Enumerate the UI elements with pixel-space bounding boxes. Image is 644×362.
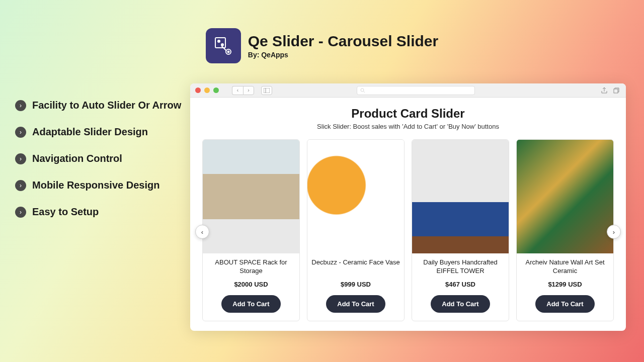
feature-item: › Navigation Control (15, 153, 181, 164)
add-to-cart-button[interactable]: Add To Cart (535, 295, 594, 313)
product-image (517, 140, 613, 253)
sidebar-toggle-icon[interactable] (261, 86, 272, 95)
feature-item: › Easy to Setup (15, 206, 181, 218)
chevron-right-icon: › (15, 100, 26, 111)
chevron-right-icon: › (15, 127, 26, 138)
product-card: Archeiv Nature Wall Art Set Ceramic $129… (516, 139, 614, 321)
product-title: Decbuzz - Ceramic Face Vase (311, 258, 399, 276)
url-bar[interactable] (357, 86, 475, 95)
product-title: ABOUT SPACE Rack for Storage (207, 258, 295, 276)
close-icon[interactable] (195, 87, 201, 93)
product-image (307, 140, 404, 253)
maximize-icon[interactable] (213, 87, 219, 93)
app-icon (206, 28, 241, 63)
feature-list: › Facility to Auto Slider Or Arrow › Ada… (15, 100, 181, 218)
traffic-lights (195, 87, 219, 93)
product-price: $999 USD (341, 281, 371, 288)
feature-item: › Mobile Responsive Design (15, 179, 181, 191)
svg-point-1 (218, 40, 220, 42)
product-title: Archeiv Nature Wall Art Set Ceramic (521, 258, 609, 276)
nav-arrows: ‹ › (232, 86, 254, 95)
feature-text: Mobile Responsive Design (32, 179, 159, 191)
app-subtitle: By: QeApps (248, 51, 438, 59)
slider-title: Product Card Slider (201, 107, 615, 121)
svg-point-4 (227, 51, 229, 53)
svg-rect-9 (614, 89, 618, 93)
feature-text: Facility to Auto Slider Or Arrow (32, 100, 181, 111)
svg-line-8 (364, 91, 365, 93)
minimize-icon[interactable] (204, 87, 210, 93)
product-price: $1299 USD (548, 281, 582, 288)
share-icon[interactable] (600, 86, 609, 95)
feature-item: › Adaptable Slider Design (15, 126, 181, 138)
product-price: $2000 USD (234, 281, 268, 288)
product-cards: ABOUT SPACE Rack for Storage $2000 USD A… (201, 139, 615, 321)
add-to-cart-button[interactable]: Add To Cart (326, 295, 385, 313)
browser-toolbar: ‹ › (190, 83, 626, 98)
slider-prev-button[interactable]: ‹ (195, 225, 209, 239)
product-image (203, 140, 299, 253)
app-header: Qe Slider - Carousel Slider By: QeApps (0, 0, 644, 63)
product-title: Daily Buyers Handcrafted EIFFEL TOWER (416, 258, 505, 276)
browser-content: Product Card Slider Slick Slider: Boost … (190, 98, 626, 331)
forward-button[interactable]: › (243, 86, 254, 95)
feature-text: Adaptable Slider Design (32, 126, 148, 138)
product-image (412, 140, 509, 253)
svg-rect-0 (215, 38, 225, 48)
chevron-right-icon: › (15, 207, 26, 218)
feature-item: › Facility to Auto Slider Or Arrow (15, 100, 181, 111)
browser-window: ‹ › Product Card Slider Slick Slider: Bo… (190, 83, 626, 331)
slider-next-button[interactable]: › (607, 225, 621, 239)
chevron-right-icon: › (15, 180, 26, 191)
svg-rect-5 (264, 88, 270, 93)
slider: ‹ › ABOUT SPACE Rack for Storage $2000 U… (201, 139, 615, 321)
slider-subtitle: Slick Slider: Boost sales with 'Add to C… (201, 123, 615, 130)
app-title: Qe Slider - Carousel Slider (248, 33, 438, 50)
feature-text: Navigation Control (32, 153, 122, 164)
product-card: Daily Buyers Handcrafted EIFFEL TOWER $4… (412, 139, 509, 321)
product-price: $467 USD (445, 281, 475, 288)
product-card: Decbuzz - Ceramic Face Vase $999 USD Add… (307, 139, 405, 321)
tabs-icon[interactable] (612, 86, 621, 95)
feature-text: Easy to Setup (32, 206, 99, 218)
add-to-cart-button[interactable]: Add To Cart (221, 295, 280, 313)
chevron-right-icon: › (15, 153, 26, 164)
add-to-cart-button[interactable]: Add To Cart (431, 295, 490, 313)
back-button[interactable]: ‹ (232, 86, 243, 95)
product-card: ABOUT SPACE Rack for Storage $2000 USD A… (202, 139, 300, 321)
svg-point-7 (361, 88, 364, 92)
